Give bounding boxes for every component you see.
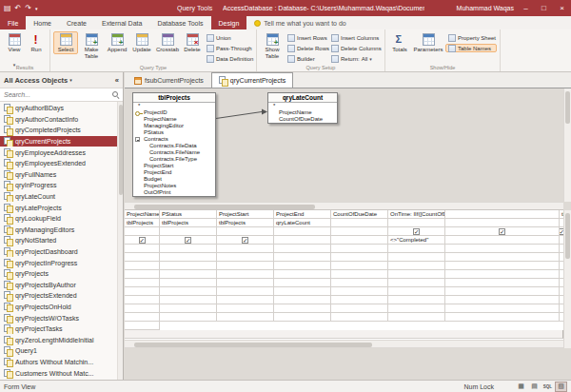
grid-cell[interactable] bbox=[388, 245, 445, 253]
grid-cell[interactable] bbox=[160, 270, 217, 279]
nav-pane-header[interactable]: All Access Objects ▾ « bbox=[0, 72, 123, 88]
grid-cell[interactable] bbox=[160, 253, 217, 262]
nav-search-box[interactable] bbox=[0, 88, 123, 102]
grid-cell[interactable] bbox=[274, 296, 331, 304]
field-PStatus[interactable]: PStatus bbox=[133, 129, 215, 136]
grid-cell[interactable]: tblProjects bbox=[160, 219, 217, 227]
run-button[interactable]: Run bbox=[26, 31, 47, 54]
qat-customize-caret-icon[interactable]: ▾ bbox=[35, 6, 38, 11]
grid-cell[interactable] bbox=[217, 296, 274, 304]
grid-cell[interactable] bbox=[445, 210, 560, 219]
signed-in-user[interactable]: Muhammad Waqas bbox=[457, 0, 514, 16]
nav-item-qryProjectInProgress[interactable]: qryProjectInProgress bbox=[0, 257, 117, 268]
grid-cell[interactable]: tblProjects bbox=[217, 219, 274, 227]
grid-cell[interactable] bbox=[388, 253, 445, 262]
grid-cell[interactable] bbox=[160, 287, 217, 296]
return-dropdown[interactable]: Return: All bbox=[328, 54, 382, 63]
pass-through-button[interactable]: Pass-Through bbox=[204, 44, 253, 52]
nav-item-qryNotStarted[interactable]: qryNotStarted bbox=[0, 235, 117, 246]
grid-cell[interactable]: CountOfDueDate bbox=[331, 210, 388, 219]
grid-cell[interactable] bbox=[445, 227, 560, 236]
table-names-button[interactable]: Table Names bbox=[445, 44, 497, 52]
table-title[interactable]: qryLateCount bbox=[268, 93, 337, 103]
grid-cell[interactable] bbox=[331, 227, 388, 236]
doc-tab-fsubCurrentProjects[interactable]: fsubCurrentProjects bbox=[127, 72, 211, 88]
select-query-button[interactable]: Select bbox=[53, 31, 78, 54]
grid-cell[interactable] bbox=[445, 245, 560, 253]
nav-item-qryProjectsW/OTasks[interactable]: qryProjectsW/OTasks bbox=[0, 312, 117, 323]
field-Contracts.FileData[interactable]: Contracts.FileData bbox=[133, 143, 215, 149]
grid-cell[interactable] bbox=[445, 262, 560, 270]
field-ProjectEnd[interactable]: ProjectEnd bbox=[133, 169, 215, 176]
field-Contracts.FileName[interactable]: Contracts.FileName bbox=[133, 149, 215, 156]
grid-cell[interactable] bbox=[125, 236, 160, 245]
field-CountOfDueDate[interactable]: CountOfDueDate bbox=[268, 116, 337, 123]
nav-item-qryEmployeesExtended[interactable]: qryEmployeesExtended bbox=[0, 158, 117, 169]
grid-cell[interactable] bbox=[125, 322, 160, 330]
tab-design[interactable]: Design bbox=[211, 16, 247, 29]
grid-cell[interactable] bbox=[125, 296, 160, 304]
grid-cell[interactable] bbox=[274, 279, 331, 287]
nav-item-qryProjectTasks[interactable]: qryProjectTasks bbox=[0, 323, 117, 335]
grid-cell[interactable] bbox=[445, 279, 560, 287]
join-line[interactable] bbox=[216, 108, 269, 122]
insert-columns-button[interactable]: Insert Columns bbox=[328, 33, 382, 42]
field-ProjectNotes[interactable]: ProjectNotes bbox=[133, 183, 215, 189]
grid-cell[interactable] bbox=[217, 270, 274, 279]
field-OutOfPrint[interactable]: OutOfPrint bbox=[133, 189, 215, 196]
totals-button[interactable]: Totals bbox=[388, 31, 411, 54]
nav-item-qryProjectsOnHold[interactable]: qryProjectsOnHold bbox=[0, 302, 117, 313]
nav-item-qryProjectDashboard[interactable]: qryProjectDashboard bbox=[0, 246, 117, 258]
collapse-icon[interactable] bbox=[135, 137, 140, 142]
grid-cell[interactable] bbox=[125, 245, 160, 253]
field-*[interactable]: * bbox=[133, 103, 215, 109]
grid-cell[interactable] bbox=[445, 304, 560, 313]
nav-item-qryLateCount[interactable]: qryLateCount bbox=[0, 191, 117, 203]
show-checkbox[interactable] bbox=[185, 237, 191, 244]
grid-cell[interactable] bbox=[388, 279, 445, 287]
grid-cell[interactable] bbox=[217, 279, 274, 287]
grid-cell[interactable] bbox=[217, 304, 274, 313]
field-list-qryLateCount[interactable]: qryLateCount *ProjectNameCountOfDueDate bbox=[267, 92, 338, 124]
field-ProjectStart[interactable]: ProjectStart bbox=[133, 163, 215, 169]
search-input[interactable] bbox=[4, 91, 112, 98]
grid-cell[interactable] bbox=[160, 245, 217, 253]
field-Contracts.FileType[interactable]: Contracts.FileType bbox=[133, 156, 215, 163]
design-horizontal-scrollbar[interactable] bbox=[125, 202, 563, 210]
grid-cell[interactable] bbox=[217, 313, 274, 322]
nav-item-qryCurrentProjects[interactable]: qryCurrentProjects bbox=[0, 136, 117, 147]
grid-cell[interactable] bbox=[125, 287, 160, 296]
maximize-button[interactable]: □ bbox=[535, 0, 553, 16]
field-list-tblProjects[interactable]: tblProjects *ProjectIDProjectNameManagin… bbox=[132, 92, 216, 197]
show-checkbox[interactable] bbox=[413, 228, 420, 235]
grid-cell[interactable] bbox=[160, 279, 217, 287]
grid-cell[interactable] bbox=[388, 287, 445, 296]
nav-item-qryEmployeeAddresses[interactable]: qryEmployeeAddresses bbox=[0, 147, 117, 158]
crosstab-button[interactable]: Crosstab bbox=[154, 31, 181, 54]
grid-cell[interactable] bbox=[125, 279, 160, 287]
grid-cell[interactable] bbox=[125, 304, 160, 313]
nav-item-qryAuthorBDays[interactable]: qryAuthorBDays bbox=[0, 103, 117, 114]
grid-cell[interactable]: qryLateCount bbox=[274, 219, 331, 227]
grid-cell[interactable] bbox=[445, 296, 560, 304]
grid-vertical-scrollbar[interactable] bbox=[563, 210, 571, 348]
nav-item-qryProjectsByAuthor[interactable]: qryProjectsByAuthor bbox=[0, 280, 117, 291]
grid-cell[interactable] bbox=[331, 279, 388, 287]
nav-item-Customers Without Matc...[interactable]: Customers Without Matc... bbox=[0, 367, 117, 379]
table-title[interactable]: tblProjects bbox=[133, 93, 215, 103]
grid-cell[interactable] bbox=[274, 304, 331, 313]
tab-external-data[interactable]: External Data bbox=[94, 16, 149, 29]
delete-rows-button[interactable]: Delete Rows bbox=[285, 44, 328, 52]
sql-view-icon[interactable]: SQL bbox=[541, 382, 554, 392]
parameters-button[interactable]: Parameters bbox=[411, 31, 445, 54]
shutter-bar-icon[interactable]: « bbox=[115, 76, 119, 85]
tab-database-tools[interactable]: Database Tools bbox=[149, 16, 210, 29]
redo-icon[interactable]: ↷ bbox=[25, 4, 31, 12]
grid-cell[interactable] bbox=[388, 270, 445, 279]
append-button[interactable]: Append bbox=[105, 31, 129, 54]
grid-cell[interactable] bbox=[160, 236, 217, 245]
grid-cell[interactable] bbox=[274, 236, 331, 245]
grid-cell[interactable] bbox=[331, 219, 388, 227]
field-Contracts[interactable]: Contracts bbox=[133, 136, 215, 143]
field-*[interactable]: * bbox=[268, 103, 337, 109]
